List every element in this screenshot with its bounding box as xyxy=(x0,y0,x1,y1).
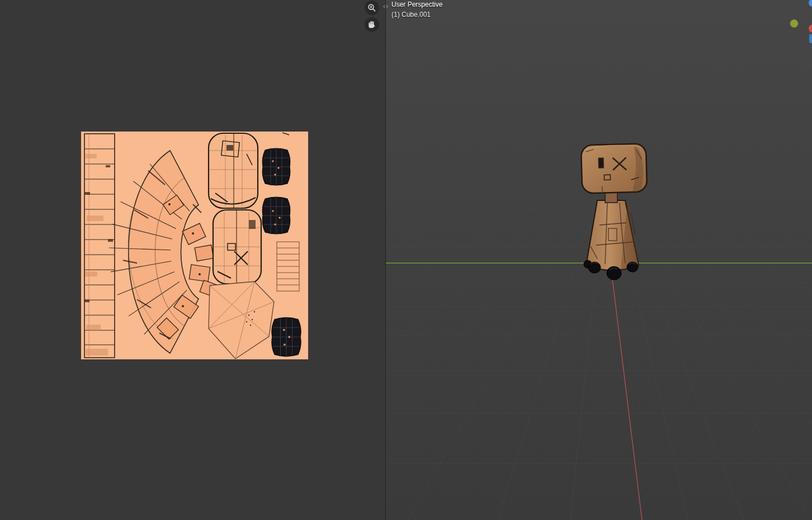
pan-button[interactable] xyxy=(365,17,379,32)
uv-texture-canvas xyxy=(81,132,308,359)
uv-image-editor[interactable] xyxy=(0,0,386,520)
blender-window: ‹› xyxy=(0,0,812,520)
3d-viewport[interactable]: User Perspective (1) Cube.001 xyxy=(386,0,812,520)
viewport-object-label: (1) Cube.001 xyxy=(391,11,431,18)
uv-texture-image[interactable] xyxy=(81,132,308,359)
divider-resize-handle[interactable]: ‹› xyxy=(380,2,392,11)
uv-island-wheel-1 xyxy=(262,148,290,186)
robot-head xyxy=(581,143,647,193)
axis-ball-green[interactable] xyxy=(790,19,799,28)
zoom-button[interactable] xyxy=(365,1,379,15)
uv-island-wheel-3 xyxy=(272,317,301,357)
zoom-icon xyxy=(367,3,376,12)
uv-island-head-front xyxy=(213,210,261,284)
pan-hand-icon xyxy=(367,20,376,29)
viewport-render xyxy=(386,0,812,520)
viewport-perspective-label: User Perspective xyxy=(391,1,442,8)
uv-island-wheel-2 xyxy=(262,196,290,235)
uv-island-head-top xyxy=(209,133,258,208)
gizmo-blue-square[interactable] xyxy=(809,34,812,43)
